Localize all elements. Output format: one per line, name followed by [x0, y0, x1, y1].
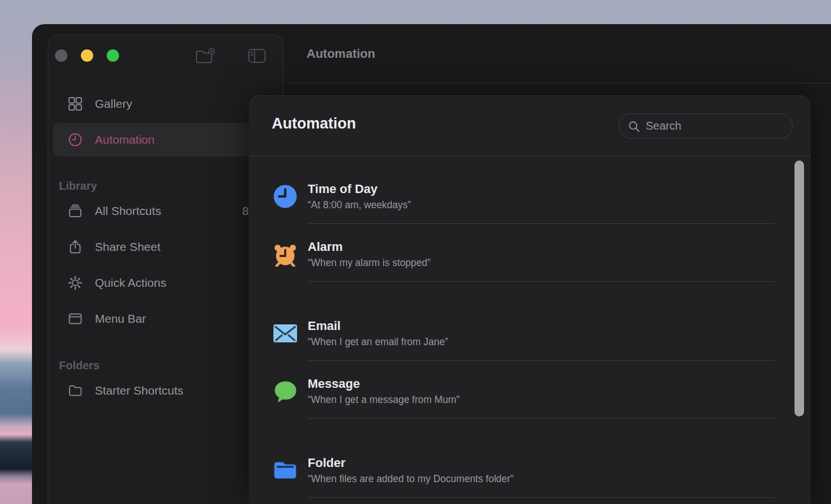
sidebar-item[interactable]: All Shortcuts 8 [48, 193, 283, 229]
sidebar-nav-item-label: Gallery [95, 97, 133, 111]
sidebar-item[interactable]: Starter Shortcuts [48, 373, 283, 409]
sidebar-item-label: All Shortcuts [95, 204, 161, 218]
menu-bar-icon [68, 311, 83, 326]
zoom-button[interactable] [107, 49, 119, 62]
trigger-name: Time of Day [308, 181, 411, 198]
sheet-header: Automation [249, 96, 811, 156]
trigger-list: Time of Day “At 8:00 am, weekdays” Alarm… [249, 156, 811, 498]
sidebar: Gallery Automation Library All Shortcuts… [48, 35, 284, 504]
trigger-quote: “When I get an email from Jane” [308, 335, 448, 349]
trigger-quote: “When my alarm is stopped” [308, 255, 431, 270]
sidebar-nav: Gallery Automation [48, 88, 283, 157]
automation-trigger-row[interactable]: Message “When I get a message from Mum” [249, 361, 811, 419]
search-icon [628, 120, 640, 132]
sidebar-item-label: Share Sheet [95, 240, 161, 254]
message-icon [273, 379, 298, 404]
folder-outline-icon [68, 383, 83, 398]
alarm-icon [273, 242, 298, 267]
time-of-day-icon [273, 184, 298, 209]
toggle-sidebar-button[interactable] [248, 48, 266, 64]
sheet-title: Automation [272, 115, 356, 132]
trigger-quote: “When I get a message from Mum” [308, 392, 459, 407]
minimize-button[interactable] [81, 49, 93, 62]
sidebar-item[interactable]: Menu Bar [48, 301, 283, 337]
sidebar-library-list: All Shortcuts 8 Share Sheet 1 Quick Acti… [48, 193, 283, 337]
sidebar-item[interactable]: Share Sheet 1 [48, 229, 283, 265]
trigger-name: Message [308, 375, 459, 392]
shortcuts-window: Automation Gallery Automation Library Al… [32, 24, 831, 504]
sidebar-item[interactable]: Quick Actions [48, 265, 283, 301]
close-button[interactable] [55, 49, 67, 62]
gallery-grid-icon [68, 97, 83, 111]
trigger-quote: “When files are added to my Documents fo… [308, 471, 514, 486]
all-shortcuts-icon [68, 204, 83, 218]
folder-blue-icon [273, 458, 298, 483]
sidebar-item-label: Menu Bar [95, 312, 146, 326]
sidebar-nav-item[interactable]: Automation [53, 123, 278, 157]
email-icon [273, 321, 298, 346]
search-input[interactable] [646, 120, 775, 132]
sidebar-item-count: 8 [242, 204, 249, 218]
new-folder-button[interactable] [195, 48, 216, 65]
automation-clock-icon [68, 132, 83, 147]
sidebar-item-label: Starter Shortcuts [95, 384, 184, 397]
share-sheet-icon [68, 240, 83, 254]
trigger-quote: “At 8:00 am, weekdays” [308, 198, 411, 212]
trigger-name: Alarm [308, 239, 431, 255]
window-title: Automation [307, 47, 375, 61]
trigger-name: Email [308, 318, 448, 335]
sidebar-item-label: Quick Actions [95, 276, 166, 290]
sidebar-folders-list: Starter Shortcuts [48, 373, 283, 409]
automation-sheet: Automation Time of Day “At 8:00 am, week… [249, 95, 811, 504]
automation-trigger-row[interactable]: Email “When I get an email from Jane” [249, 282, 811, 361]
titlebar-divider [284, 83, 831, 84]
scrollbar-thumb[interactable] [795, 161, 804, 416]
sidebar-nav-item[interactable]: Gallery [53, 88, 278, 120]
automation-trigger-row[interactable]: Folder “When files are added to my Docum… [249, 419, 811, 498]
trigger-name: Folder [308, 455, 514, 471]
sidebar-nav-item-label: Automation [95, 133, 154, 146]
search-field[interactable] [619, 113, 793, 139]
automation-trigger-row[interactable]: Alarm “When my alarm is stopped” [249, 224, 811, 282]
quick-actions-gear-icon [68, 276, 83, 290]
automation-trigger-row[interactable]: Time of Day “At 8:00 am, weekdays” [249, 166, 811, 224]
